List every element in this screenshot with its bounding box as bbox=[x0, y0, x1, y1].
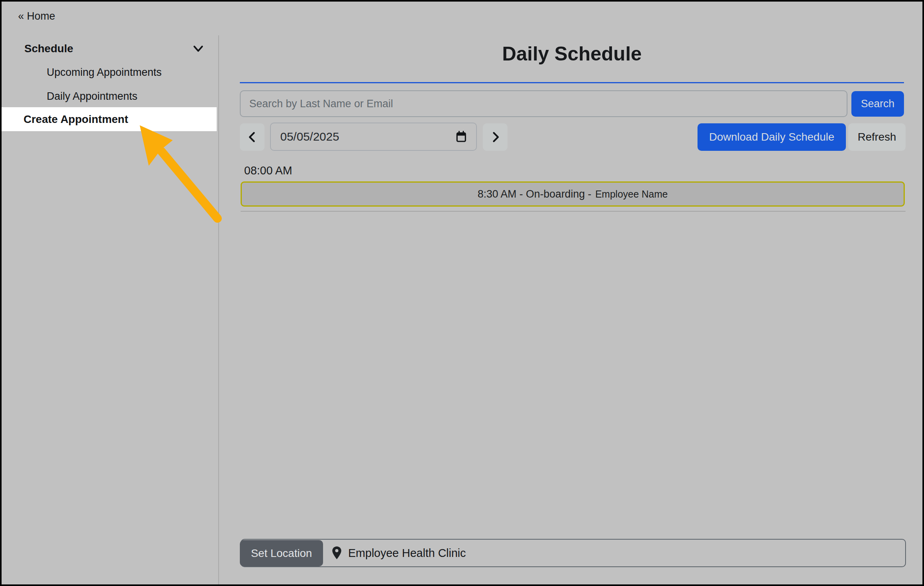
appointment-employee-name: Employee Name bbox=[595, 189, 668, 200]
date-input[interactable]: 05/05/2025 bbox=[270, 123, 477, 151]
location-field[interactable]: Employee Health Clinic bbox=[241, 539, 906, 567]
home-link[interactable]: « Home bbox=[18, 10, 55, 22]
time-slot-label: 08:00 AM bbox=[244, 164, 292, 177]
page-title: Daily Schedule bbox=[240, 42, 904, 65]
date-value: 05/05/2025 bbox=[280, 130, 339, 143]
sidebar-item-daily-appointments[interactable]: Daily Appointments bbox=[2, 84, 217, 108]
set-location-button[interactable]: Set Location bbox=[240, 540, 323, 566]
location-pin-icon bbox=[331, 546, 343, 560]
sidebar-group-label: Schedule bbox=[24, 42, 73, 55]
refresh-button[interactable]: Refresh bbox=[848, 123, 906, 151]
download-daily-schedule-button[interactable]: Download Daily Schedule bbox=[698, 123, 846, 151]
appointment-text: 8:30 AM - On-boarding - bbox=[478, 188, 592, 200]
sidebar-item-create-appointment[interactable]: Create Appointment bbox=[2, 107, 217, 131]
search-button[interactable]: Search bbox=[851, 91, 904, 117]
next-day-button[interactable] bbox=[483, 123, 508, 151]
sidebar-item-upcoming-appointments[interactable]: Upcoming Appointments bbox=[2, 60, 217, 84]
title-underline bbox=[240, 82, 904, 83]
app-window: « Home Schedule Upcoming Appointments Da… bbox=[0, 0, 924, 586]
chevron-down-icon bbox=[192, 42, 205, 55]
sidebar-divider bbox=[218, 35, 219, 584]
location-value: Employee Health Clinic bbox=[348, 547, 466, 560]
sidebar-group-schedule[interactable]: Schedule bbox=[24, 41, 205, 57]
pointer-arrow bbox=[131, 115, 233, 229]
previous-day-button[interactable] bbox=[240, 123, 265, 151]
search-input[interactable] bbox=[240, 90, 847, 117]
chevron-left-icon bbox=[246, 131, 259, 143]
appointment-item[interactable]: 8:30 AM - On-boarding - Employee Name bbox=[241, 181, 905, 207]
calendar-icon[interactable] bbox=[455, 130, 467, 143]
chevron-right-icon bbox=[489, 131, 502, 143]
time-slot-divider bbox=[241, 211, 906, 212]
